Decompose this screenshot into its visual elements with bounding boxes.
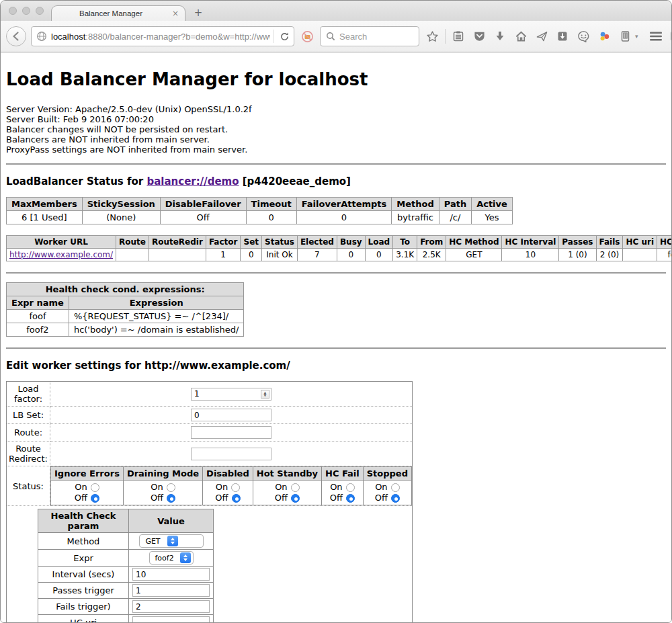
col-hc-uri: HC uri [623,236,657,249]
col-elected: Elected [297,236,337,249]
hc-interval-input[interactable] [132,568,210,581]
balancer-demo-link[interactable]: balancer://demo [146,175,239,188]
hc-fails-input[interactable] [132,600,210,613]
minimize-window-button[interactable] [22,7,30,15]
hc-passes-input[interactable] [132,584,210,597]
tab-groups-icon[interactable] [669,27,672,46]
col-hc-interval: HC Interval [502,236,559,249]
lb-set-input[interactable] [191,409,271,421]
route-input[interactable] [191,426,271,439]
url-bar[interactable]: localhost:8880/balancer-manager?b=demo&w… [31,26,294,46]
menu-hamburger-icon[interactable] [648,27,664,46]
feedback-smiley-icon[interactable] [575,27,591,46]
hc-method-select[interactable]: GET [139,534,204,548]
load-factor-input[interactable] [191,388,271,401]
cell-expr-name: foof [7,310,69,323]
number-spinner-icon[interactable]: ▲▼ [261,390,269,399]
ignore-errors-off-radio[interactable] [91,494,99,503]
tab-close-icon[interactable]: × [170,9,181,18]
hc-expr-label: Expr [38,550,129,567]
plugin-blocked-icon[interactable] [299,27,315,46]
cell-passes: 1 (0) [559,249,596,261]
back-button[interactable] [6,26,26,46]
route-redirect-cell [50,442,413,466]
disabled-on-radio[interactable] [231,483,240,492]
reload-button[interactable] [278,27,291,46]
window-controls [9,7,44,15]
tab-strip: Balancer Manager × + [1,1,671,21]
balancer-status-table: MaxMembers StickySession DisableFailover… [6,197,513,224]
stopped-off-radio[interactable] [391,494,400,503]
new-tab-button[interactable]: + [192,7,205,19]
hot-standby-off-radio[interactable] [291,494,300,503]
hc-method-label: Method [38,533,129,550]
search-bar[interactable]: Search [320,26,419,46]
draining-mode-radios: On Off [123,481,202,505]
hc-interval-cell [129,567,214,583]
table-header-row: Expr name Expression [7,296,244,310]
hc-uri-input[interactable] [132,616,210,622]
worker-status-table: Worker URL Route RouteRedir Factor Set S… [6,235,671,261]
route-redirect-input[interactable] [191,448,271,460]
worker-url-link[interactable]: http://www.example.com/ [9,250,113,259]
chevron-down-icon[interactable]: ▾ [635,33,638,40]
col-set: Set [241,236,262,249]
edit-worker-heading: Edit worker settings for http://www.exam… [6,360,666,372]
downloads-icon[interactable] [492,27,508,46]
save-to-device-icon[interactable] [554,27,571,46]
balancers-inherit-line: Balancers are NOT inherited from main se… [6,134,666,144]
browser-window: Balancer Manager × + localhost:8880/bala… [0,0,672,623]
cell-path: /c/ [439,211,471,224]
draining-mode-off-radio[interactable] [167,494,175,503]
ignore-errors-radios: On Off [51,481,124,505]
col-hc-expr: HC Expr [657,236,671,249]
stopped-on-radio[interactable] [391,483,400,492]
hc-fail-on-radio[interactable] [346,483,355,492]
bookmark-star-icon[interactable] [424,27,440,46]
col-busy: Busy [337,236,365,249]
divider [6,163,666,165]
hc-fail-off-radio[interactable] [346,494,355,503]
share-colors-icon[interactable] [596,27,612,46]
hc-expr-cell: foof2 [129,550,214,567]
pocket-icon[interactable] [471,27,487,46]
col-disabled: Disabled [203,467,253,481]
hot-standby-on-radio[interactable] [291,483,300,492]
cell-timeout: 0 [246,211,296,224]
url-text[interactable]: localhost:8880/balancer-manager?b=demo&w… [51,32,270,42]
persist-notice-line: Balancer changes will NOT be persisted o… [6,124,666,134]
hc-row-uri: HC uri [38,615,214,623]
col-status: Status [262,236,298,249]
cell-from: 2.5K [417,249,446,261]
hc-expr-select[interactable]: foof2 [149,551,194,565]
hc-method-cell: GET [129,533,214,550]
col-draining-mode: Draining Mode [123,467,202,481]
cell-expr-name: foof2 [7,323,69,337]
hc-interval-label: Interval (secs) [38,567,129,583]
health-check-expressions-table: Health check cond. expressions: Expr nam… [6,282,244,337]
draining-mode-on-radio[interactable] [167,483,175,492]
hc-expr-selected-value: foof2 [150,554,179,563]
bookmarks-sidebar-icon[interactable] [450,27,466,46]
globe-icon [36,27,48,46]
zoom-window-button[interactable] [36,7,44,15]
cell-hc-uri [623,249,657,261]
close-window-button[interactable] [9,7,17,15]
table-header-row: MaxMembers StickySession DisableFailover… [7,198,513,211]
disabled-off-radio[interactable] [232,494,241,503]
col-path: Path [439,198,471,211]
col-worker-url: Worker URL [7,236,116,249]
send-tab-icon[interactable] [534,27,550,46]
hc-fails-label: Fails trigger) [38,599,129,615]
sidebar-panel-icon[interactable] [617,27,633,46]
home-icon[interactable] [513,27,529,46]
hc-row-method: Method GET [38,533,214,550]
tab-balancer-manager[interactable]: Balancer Manager × [51,5,185,21]
table-row: 6 [1 Used] (None) Off 0 0 bytraffic /c/ … [7,211,513,224]
cell-factor: 1 [206,249,241,261]
ignore-errors-on-radio[interactable] [91,483,99,492]
select-stepper-icon [180,552,191,563]
hc-row-expr: Expr foof2 [38,550,214,567]
search-icon [326,32,335,41]
col-route: Route [116,236,149,249]
